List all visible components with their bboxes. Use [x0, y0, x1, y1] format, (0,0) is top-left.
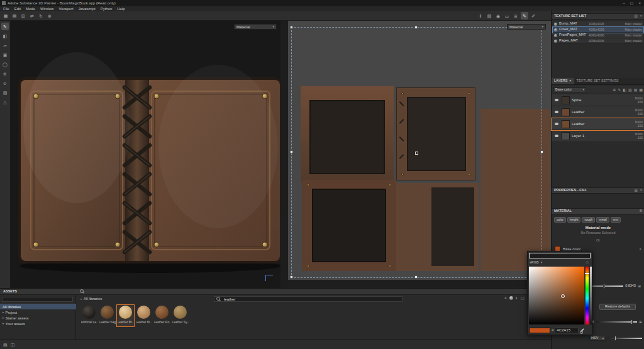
- smart-materials-filter-icon[interactable]: ◐: [516, 296, 518, 301]
- maximize-icon[interactable]: ▢: [630, 1, 634, 5]
- channel-height-button[interactable]: height: [567, 217, 581, 223]
- assets-breadcrumb[interactable]: › All libraries: [80, 297, 102, 301]
- color-cursor[interactable]: [561, 294, 565, 298]
- add-folder-icon[interactable]: ▤: [634, 88, 638, 92]
- layer-row[interactable]: Leather Norm 100: [552, 106, 644, 118]
- selection-handle[interactable]: [290, 150, 293, 153]
- hsv-dropdown[interactable]: HSV ▾: [589, 336, 606, 341]
- library-filter-input[interactable]: [2, 297, 73, 302]
- clear-search-icon[interactable]: ×: [504, 296, 507, 301]
- pencil-icon[interactable]: ✐: [530, 12, 537, 19]
- texture-set-row[interactable]: Bump_MAT 4096x4096 Main shader: [553, 21, 643, 27]
- menu-item-file[interactable]: File: [3, 7, 9, 11]
- pause-engine-icon[interactable]: ‖: [477, 12, 484, 19]
- viewport-divider[interactable]: [280, 21, 288, 288]
- menu-item-mode[interactable]: Mode: [26, 7, 35, 11]
- layer-opacity[interactable]: 100: [626, 136, 643, 140]
- assets-search-input[interactable]: [223, 297, 392, 302]
- layer-row[interactable]: Layer 1 Norm 100: [552, 130, 644, 142]
- assets-search-box[interactable]: [214, 296, 402, 302]
- color-space-dropdown[interactable]: sRGB ▾: [530, 261, 542, 265]
- library-item-your-assets[interactable]: ▸ Your assets: [0, 321, 76, 326]
- material-picker-tool-icon[interactable]: ⊙: [1, 79, 9, 87]
- section-menu-icon[interactable]: ≣: [639, 209, 642, 213]
- texture-set-row[interactable]: Pages_MAT 4096x4096 Main shader: [553, 38, 643, 44]
- selection-pivot[interactable]: [415, 152, 418, 155]
- clear-base-color-icon[interactable]: ×: [639, 247, 641, 251]
- layer-blend-mode[interactable]: Norm: [626, 109, 643, 112]
- selection-handle[interactable]: [290, 275, 293, 279]
- layer-visibility-icon[interactable]: [553, 111, 560, 113]
- dock-icon[interactable]: ▤: [635, 14, 638, 18]
- menu-item-python[interactable]: Python: [101, 7, 113, 11]
- delete-layer-icon[interactable]: ▦: [639, 88, 643, 92]
- selection-handle[interactable]: [414, 26, 418, 29]
- restore-defaults-button[interactable]: Restore defaults: [599, 304, 636, 310]
- close-panel-icon[interactable]: ×: [640, 189, 642, 192]
- add-effect-icon[interactable]: ⊕: [613, 88, 616, 92]
- close-panel-icon[interactable]: ×: [640, 14, 642, 18]
- 2d-shading-dropdown[interactable]: Material ▾: [507, 24, 546, 30]
- hue-slider[interactable]: [586, 267, 589, 324]
- brush-icon[interactable]: ✎: [521, 12, 528, 19]
- reset-view-icon[interactable]: ↻: [37, 12, 45, 19]
- asset-item[interactable]: Leather Sy...: [172, 305, 189, 326]
- texture-set-row[interactable]: FrontPages_MAT 4096x4096 Main shader: [553, 33, 643, 38]
- swap-views-icon[interactable]: ⇄: [28, 12, 36, 19]
- screen-pick-icon[interactable]: ▭: [586, 260, 589, 264]
- layer-visibility-icon[interactable]: [553, 99, 560, 101]
- tab-texture-set-settings[interactable]: TEXTURE SET SETTINGS: [574, 78, 621, 84]
- toggle-panel-icon[interactable]: ▤: [3, 343, 8, 347]
- menu-item-viewport[interactable]: Viewport: [58, 7, 73, 11]
- hue-indicator[interactable]: [585, 273, 589, 274]
- viewport-3d[interactable]: Material ▾: [11, 21, 280, 288]
- expose-parameter-icon[interactable]: ⊞: [638, 284, 641, 288]
- perspective-icon[interactable]: ▧: [486, 12, 493, 19]
- layer-blend-mode[interactable]: Norm: [626, 97, 643, 100]
- search-icon[interactable]: [80, 289, 84, 294]
- menu-item-javascript[interactable]: Javascript: [79, 7, 96, 11]
- layer-opacity[interactable]: 100: [626, 101, 643, 104]
- library-item-starter-assets[interactable]: ▸ Starter assets: [0, 315, 76, 321]
- library-item-all[interactable]: All libraries: [0, 304, 76, 309]
- viewport-2d[interactable]: Material ▾: [288, 21, 551, 288]
- height-slider-row[interactable]: ght ⊞: [589, 320, 642, 324]
- expose-parameter-icon[interactable]: ⊞: [639, 320, 642, 324]
- materials-filter-icon[interactable]: [509, 296, 513, 300]
- eraser-tool-icon[interactable]: ◧: [1, 32, 9, 40]
- channel-color-button[interactable]: color: [554, 217, 566, 223]
- channel-metal-button[interactable]: metal: [596, 217, 609, 223]
- smart-masks-filter-icon[interactable]: ▢: [521, 296, 525, 301]
- viewport-grid-icon[interactable]: ▦: [2, 12, 9, 19]
- menu-item-window[interactable]: Window: [40, 7, 53, 11]
- layer-visibility-icon[interactable]: [553, 135, 560, 137]
- asset-item-selected[interactable]: Leather Br...: [117, 305, 134, 326]
- hex-input[interactable]: [555, 328, 579, 333]
- clone-tool-icon[interactable]: ⊕: [1, 70, 9, 77]
- library-item-project[interactable]: ▸ Project: [0, 309, 76, 315]
- menu-item-edit[interactable]: Edit: [14, 7, 21, 11]
- asset-item[interactable]: Leather bag: [99, 305, 116, 326]
- geometry-mask-tool-icon[interactable]: ▨: [1, 89, 9, 96]
- menu-item-help[interactable]: Help: [117, 7, 125, 11]
- color-search-input[interactable]: [529, 253, 591, 258]
- layer-blend-mode[interactable]: Norm: [626, 133, 643, 136]
- projection-tool-icon[interactable]: ▱: [1, 42, 9, 49]
- camera-icon[interactable]: ◉: [494, 12, 502, 19]
- layer-opacity[interactable]: 100: [626, 125, 643, 128]
- uv-grid-icon[interactable]: ▤: [11, 12, 18, 19]
- add-paint-layer-icon[interactable]: ✎: [618, 88, 621, 92]
- add-fill-layer-icon[interactable]: ◧: [623, 88, 626, 92]
- material-section-header[interactable]: MATERIAL ≣: [552, 208, 644, 214]
- layer-row-selected[interactable]: Leather Norm 100: [552, 118, 644, 130]
- minimize-icon[interactable]: –: [623, 1, 625, 5]
- eyedropper-icon[interactable]: [580, 328, 585, 333]
- layer-blend-mode[interactable]: Norm: [626, 121, 643, 124]
- 3d-shading-dropdown[interactable]: Material ▾: [234, 24, 277, 30]
- paint-tool-icon[interactable]: ✎: [1, 23, 9, 30]
- asset-item[interactable]: Leather Ro...: [153, 305, 170, 326]
- split-view-icon[interactable]: ⊞: [19, 12, 27, 19]
- layer-opacity[interactable]: 100: [626, 113, 643, 116]
- selection-handle[interactable]: [290, 26, 293, 29]
- add-group-icon[interactable]: ▥: [628, 88, 632, 92]
